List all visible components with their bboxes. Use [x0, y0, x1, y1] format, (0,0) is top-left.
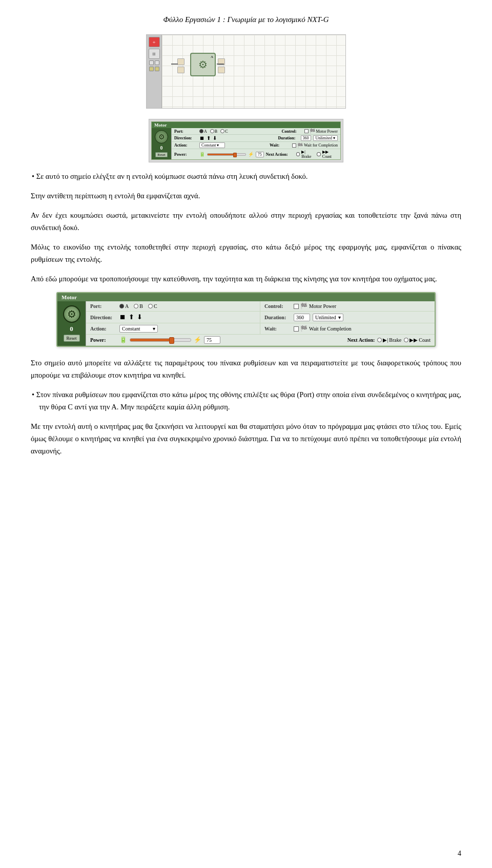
port-c-label: C	[154, 303, 157, 309]
port-row: Port: A B C	[86, 301, 260, 312]
power-bolt-icon: ⚡	[194, 336, 201, 344]
action-value-mini: Constant ▾	[199, 142, 225, 148]
toolbox-strip: + ⊞	[147, 35, 162, 108]
port-c-radio	[148, 304, 153, 308]
port-b-mini: B	[210, 129, 217, 134]
action-select[interactable]: Constant ▾	[119, 325, 158, 333]
duration-row: Duration: 360 Unlimited ▾	[260, 312, 435, 323]
add-tool-icon: +	[149, 37, 160, 47]
chevron-down-icon: ▾	[338, 315, 341, 320]
power-label: Power:	[90, 337, 117, 343]
control-label: Control:	[264, 303, 291, 309]
power-slider[interactable]	[130, 338, 191, 342]
brake-label: Brake	[389, 337, 401, 343]
paragraph-7: Στον πίνακα ρυθμίσεων που εμφανίζεται στ…	[31, 389, 461, 414]
wait-for-label: Wait for Completion	[309, 326, 352, 332]
wire-left	[171, 64, 178, 65]
page-number: 4	[458, 850, 461, 858]
duration-select[interactable]: Unlimited ▾	[313, 314, 343, 321]
motor-panel-main: Motor ⚙ 0 Reset Port: A B	[56, 292, 436, 347]
control-checkbox[interactable]	[294, 304, 299, 309]
action-label-mini: Action:	[174, 143, 197, 148]
brake-icon: ▶|	[383, 337, 388, 343]
motor-reset-button[interactable]: Reset	[64, 335, 80, 342]
unlimited-label: Unlimited	[315, 315, 336, 320]
next-action-label: Next Action:	[347, 337, 375, 343]
wait-row: Wait: 🏁 Wait for Completion	[260, 323, 435, 335]
wait-label-mini: Wait:	[270, 143, 290, 148]
power-value[interactable]: 75	[204, 336, 220, 344]
action-label: Action:	[90, 326, 117, 332]
gear-icon: ⚙	[198, 58, 208, 71]
power-label-mini: Power:	[174, 152, 197, 157]
brake-radio	[377, 338, 382, 342]
direction-label-mini: Direction:	[174, 136, 197, 140]
coast-option[interactable]: ▶▶ Coast	[404, 337, 430, 343]
gear-block-node: A ⚙	[190, 53, 216, 76]
control-row: Control: 🏁 Motor Power	[260, 301, 435, 312]
paragraph-6: Στο σημείο αυτό μπορείτε να αλλάξετε τις…	[31, 357, 461, 382]
small-tool-3	[149, 67, 154, 71]
paragraph-3: Αν δεν έχει κουμπώσει σωστά, μετακινείστ…	[31, 210, 461, 234]
action-value: Constant	[122, 326, 140, 332]
power-slider-mini	[207, 153, 246, 156]
paragraph-8: Με την εντολή αυτή ο κινητήρας μας θα ξε…	[31, 421, 461, 458]
port-radio-group: A B C	[119, 303, 157, 309]
port-c[interactable]: C	[148, 303, 157, 309]
wait-label: Wait:	[264, 326, 291, 332]
motor-panel-screenshot-top: Motor ⚙ 0 Reset Port: A B C Control:	[149, 119, 343, 162]
motor-reset-mini: Reset	[155, 152, 168, 157]
power-slider-thumb[interactable]	[169, 337, 174, 344]
port-b-label: B	[139, 303, 143, 309]
power-val-mini: 75	[256, 152, 264, 157]
small-block-left	[177, 58, 184, 65]
dir-forward-icon[interactable]: ⬆	[129, 313, 134, 321]
motor-power-mini: 🏁 Motor Power	[304, 129, 338, 134]
dir-down-mini: ⬇	[213, 135, 217, 141]
motor-header-mini: Motor	[152, 122, 340, 128]
wait-checkbox-item: 🏁 Wait for Completion	[294, 325, 352, 332]
power-battery-icon: 🔋	[119, 336, 127, 344]
paragraph-1: Σε αυτό το σημείο ελέγξτε αν η εντολή κο…	[31, 171, 461, 183]
duration-value-mini: 360	[301, 135, 311, 141]
motor-counter: 0	[70, 325, 73, 333]
coast-radio	[404, 338, 408, 342]
port-b[interactable]: B	[134, 303, 143, 309]
port-a-label: A	[125, 303, 129, 309]
dir-backward-icon[interactable]: ⬇	[137, 313, 142, 321]
small-tool-2	[155, 60, 159, 65]
dir-stop-icon[interactable]: ⏹	[119, 313, 126, 321]
grid-tool-icon: ⊞	[149, 49, 160, 59]
small-block-bottom-left	[177, 67, 184, 73]
direction-label: Direction:	[90, 315, 117, 320]
page-header: Φύλλο Εργασιών 1 : Γνωριμία με το λογισμ…	[31, 15, 461, 24]
wait-flag-icon: 🏁	[300, 325, 308, 332]
wire-right	[217, 64, 224, 65]
power-row: Power: 🔋 ⚡ 75 Next Action: ▶| Brake	[86, 335, 435, 346]
next-action-label-mini: Next Action:	[266, 152, 294, 157]
motor-gear-icon: ⚙	[63, 305, 80, 323]
motor-settings-grid: Port: A B C	[86, 301, 435, 346]
motor-power-flag-icon: 🏁	[300, 303, 308, 309]
dir-up-mini: ⬆	[207, 135, 211, 141]
direction-row: Direction: ⏹ ⬆ ⬇	[86, 312, 260, 323]
paragraph-4: Μόλις το εικονίδιο της εντολής τοποθετηθ…	[31, 241, 461, 266]
duration-label-mini: Duration:	[278, 136, 299, 140]
brake-option[interactable]: ▶| Brake	[377, 337, 401, 343]
duration-input[interactable]: 360	[294, 314, 310, 321]
port-a[interactable]: A	[119, 303, 129, 309]
paragraph-2: Στην αντίθετη περίπτωση η εντολή θα εμφα…	[31, 190, 461, 202]
wait-for-mini: 🏁 Wait for Completion	[292, 143, 338, 148]
port-label: Port:	[90, 303, 117, 309]
power-icon-mini: 🔋	[199, 152, 205, 157]
port-c-mini: C	[220, 129, 228, 134]
port-a-radio	[119, 304, 124, 308]
small-tool-4	[155, 67, 159, 71]
control-checkbox-item: 🏁 Motor Power	[294, 303, 336, 309]
wait-checkbox[interactable]	[294, 326, 299, 332]
port-a-mini: A	[199, 129, 207, 134]
coast-label: Coast	[419, 337, 430, 343]
port-b-radio	[134, 304, 138, 308]
motor-panel-title: Motor	[57, 293, 435, 301]
duration-label: Duration:	[264, 315, 291, 320]
